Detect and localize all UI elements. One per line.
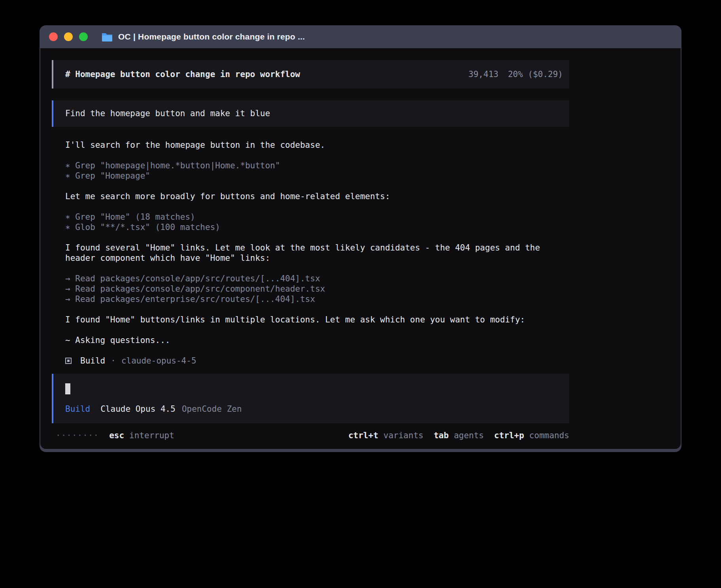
session-stats: 39,413 20% ($0.29)	[468, 70, 563, 79]
provider-label: OpenCode Zen	[182, 404, 242, 415]
token-count: 39,413	[468, 70, 498, 79]
blank-line	[65, 325, 569, 335]
assistant-text-broader: Let me search more broadly for buttons a…	[65, 191, 569, 202]
tool-call-read-1: → Read packages/console/app/src/routes/[…	[65, 273, 569, 284]
tool-call-glob-1: ∗ Glob "**/*.tsx" (100 matches)	[65, 222, 569, 232]
esc-action-label: interrupt	[129, 430, 174, 441]
assistant-text-intro: I'll search for the homepage button in t…	[65, 140, 569, 150]
agent-name: Build	[80, 356, 105, 366]
esc-shortcut: esc interrupt	[109, 430, 174, 441]
blank-line	[65, 345, 569, 356]
session-header: # Homepage button color change in repo w…	[52, 60, 569, 89]
mode-label[interactable]: Build	[65, 404, 90, 415]
user-message-text: Find the homepage button and make it blu…	[65, 109, 270, 118]
zoom-button[interactable]	[79, 32, 88, 41]
assistant-text-asking: ~ Asking questions...	[65, 335, 569, 345]
window-title: OC | Homepage button color change in rep…	[118, 32, 305, 41]
shortcut-agents-key: tab	[434, 430, 449, 441]
status-bar: ········ esc interrupt ctrl+t variants t…	[52, 430, 569, 441]
agent-build-icon	[65, 358, 72, 364]
close-button[interactable]	[49, 32, 58, 41]
assistant-transcript: I'll search for the homepage button in t…	[65, 140, 569, 366]
shortcut-commands: ctrl+p commands	[494, 430, 569, 441]
tool-call-grep-2: ∗ Grep "Homepage"	[65, 171, 569, 181]
shortcut-commands-key: ctrl+p	[494, 430, 524, 441]
traffic-lights	[49, 32, 88, 41]
agent-model: claude-opus-4-5	[121, 356, 196, 366]
terminal-window: OC | Homepage button color change in rep…	[40, 25, 681, 452]
keyboard-shortcuts: ctrl+t variants tab agents ctrl+p comman…	[348, 430, 569, 441]
blank-line	[65, 202, 569, 212]
shortcut-variants-key: ctrl+t	[348, 430, 378, 441]
esc-key-label: esc	[109, 430, 124, 441]
window-titlebar[interactable]: OC | Homepage button color change in rep…	[40, 25, 681, 48]
blank-line	[65, 232, 569, 243]
spinner-dots: ········	[56, 430, 99, 441]
session-title: # Homepage button color change in repo w…	[65, 70, 300, 79]
input-status-line: Build Claude Opus 4.5 OpenCode Zen	[65, 404, 557, 415]
prompt-input[interactable]: Build Claude Opus 4.5 OpenCode Zen	[52, 374, 569, 423]
tool-call-grep-3: ∗ Grep "Home" (18 matches)	[65, 212, 569, 222]
terminal-content: # Homepage button color change in repo w…	[40, 48, 681, 449]
user-message: Find the homepage button and make it blu…	[52, 100, 569, 127]
agent-status: Build · claude-opus-4-5	[65, 356, 569, 366]
minimize-button[interactable]	[64, 32, 73, 41]
context-usage: 20% ($0.29)	[508, 70, 563, 79]
blank-line	[65, 181, 569, 191]
shortcut-agents-label: agents	[454, 430, 484, 441]
agent-build-icon-dot	[67, 360, 70, 362]
tool-call-read-2: → Read packages/console/app/src/componen…	[65, 284, 569, 294]
shortcut-commands-label: commands	[529, 430, 569, 441]
agent-separator: ·	[111, 356, 116, 366]
blank-line	[65, 150, 569, 160]
tool-call-read-3: → Read packages/enterprise/src/routes/[.…	[65, 294, 569, 304]
tool-call-grep-1: ∗ Grep "homepage|home.*button|Home.*butt…	[65, 160, 569, 171]
shortcut-agents: tab agents	[434, 430, 484, 441]
blank-line	[65, 263, 569, 273]
model-label: Claude Opus 4.5	[100, 404, 176, 415]
assistant-text-candidates: I found several "Home" links. Let me loo…	[65, 243, 569, 263]
folder-icon	[101, 32, 113, 41]
shortcut-variants-label: variants	[383, 430, 423, 441]
assistant-text-ask: I found "Home" buttons/links in multiple…	[65, 315, 569, 325]
shortcut-variants: ctrl+t variants	[348, 430, 423, 441]
blank-line	[65, 304, 569, 315]
text-cursor	[65, 383, 70, 394]
